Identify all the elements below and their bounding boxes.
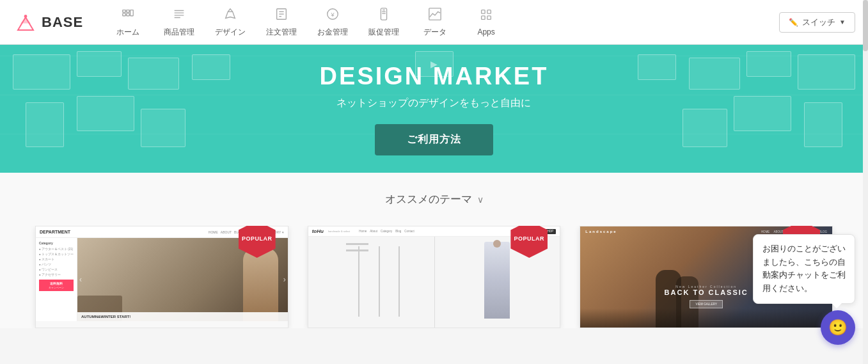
svg-rect-3 (123, 10, 126, 12)
svg-rect-20 (482, 10, 485, 14)
hero-subtitle: ネットショップのデザインをもっと自由に (320, 97, 549, 110)
logo-text: BASE (42, 14, 83, 31)
home-icon (121, 7, 135, 24)
design-icon (223, 7, 237, 24)
apps-icon (479, 8, 493, 25)
chat-bubble: お困りのことがございましたら、こちらの自動案内チャットをご利用ください。 (753, 234, 855, 304)
svg-text:¥: ¥ (331, 11, 335, 17)
nav-label-orders: 注文管理 (266, 27, 297, 38)
chat-widget: お困りのことがございましたら、こちらの自動案内チャットをご利用ください。 🙂 (753, 234, 855, 328)
products-icon (172, 7, 186, 24)
section-header[interactable]: オススメのテーマ ∨ (0, 192, 868, 207)
hero-banner: ▶ DESIGN MARKET ネットショップのデザインをもっと自由に ご利用方… (0, 45, 868, 173)
chevron-icon: ▼ (839, 19, 846, 26)
finance-icon: ¥ (326, 7, 340, 24)
nav-item-home[interactable]: ホーム (102, 0, 154, 45)
hero-content: DESIGN MARKET ネットショップのデザインをもっと自由に ご利用方法 (320, 63, 549, 155)
nav-item-orders[interactable]: 注文管理 (256, 0, 307, 45)
chat-open-button[interactable]: 🙂 (821, 310, 855, 328)
t1-logo: DEPARTMENT (40, 230, 70, 234)
t2-nav: HomeAboutCategoryBlogContact (359, 230, 414, 233)
theme-card-department[interactable]: POPULAR DEPARTMENT HOMEABOUTBLOGCONTACTC… (35, 226, 288, 328)
hero-cta-button[interactable]: ご利用方法 (375, 124, 493, 155)
nav-item-finance[interactable]: ¥ お金管理 (307, 0, 358, 45)
nav-label-design: デザイン (215, 27, 246, 38)
svg-rect-22 (482, 16, 485, 20)
nav-label-apps: Apps (477, 28, 494, 36)
nav-label-home: ホーム (116, 27, 139, 38)
popular-badge-text-2: POPULAR (514, 236, 545, 242)
logo[interactable]: BASE (13, 10, 83, 35)
pencil-icon: ✏️ (789, 18, 798, 27)
svg-rect-19 (429, 8, 441, 19)
header-right: ✏️ スイッチ ▼ (779, 12, 855, 33)
nav-label-sales: 販促管理 (368, 27, 399, 38)
nav-item-apps[interactable]: Apps (461, 0, 512, 45)
popular-badge-text-1: POPULAR (242, 236, 272, 242)
svg-rect-4 (127, 10, 130, 12)
hero-title: DESIGN MARKET (320, 63, 549, 90)
nav-label-finance: お金管理 (317, 27, 348, 38)
nav-item-sales[interactable]: 販促管理 (358, 0, 409, 45)
sales-icon (377, 7, 391, 24)
filter-label: オススメのテーマ (385, 192, 472, 207)
t1-sidebar: Category ● アウター＆ベスト (21) ● トップス＆カットソー ● … (36, 238, 77, 321)
svg-rect-21 (487, 10, 491, 14)
themes-row: POPULAR DEPARTMENT HOMEABOUTBLOGCONTACTC… (0, 226, 868, 328)
header: BASE ホーム 商品管理 (0, 0, 868, 45)
chat-bubble-text: お困りのことがございましたら、こちらの自動案内チャットをご利用ください。 (762, 244, 846, 293)
svg-marker-1 (20, 17, 31, 24)
data-icon (428, 7, 442, 24)
theme-card-tohu[interactable]: POPULAR toHu handmade & select HomeAbout… (308, 226, 561, 328)
switch-label: スイッチ (802, 17, 835, 28)
chevron-down-icon: ∨ (477, 194, 484, 205)
t1-season-text: AUTUMN&WINTER START! (77, 312, 288, 321)
main-section: オススメのテーマ ∨ POPULAR DEPARTMENT HOMEABOUTB… (0, 173, 868, 328)
scrollbar[interactable] (863, 0, 868, 328)
main-nav: ホーム 商品管理 デザイン (102, 0, 779, 45)
chat-icon: 🙂 (828, 319, 848, 328)
svg-rect-23 (487, 16, 491, 20)
nav-item-products[interactable]: 商品管理 (154, 0, 205, 45)
svg-rect-7 (130, 10, 134, 15)
nav-label-data: データ (423, 27, 446, 38)
svg-point-2 (24, 15, 28, 18)
svg-rect-6 (127, 13, 130, 16)
nav-item-data[interactable]: データ (409, 0, 461, 45)
orders-icon (274, 7, 288, 24)
nav-label-products: 商品管理 (164, 27, 194, 38)
switch-button[interactable]: ✏️ スイッチ ▼ (779, 12, 855, 33)
scrollbar-thumb[interactable] (863, 0, 868, 51)
t3-logo: Landscape (585, 230, 617, 233)
nav-item-design[interactable]: デザイン (205, 0, 256, 45)
svg-rect-5 (123, 13, 126, 16)
t2-logo: toHu (312, 228, 324, 234)
t3-btn: VIEW GALLERY (690, 300, 722, 308)
